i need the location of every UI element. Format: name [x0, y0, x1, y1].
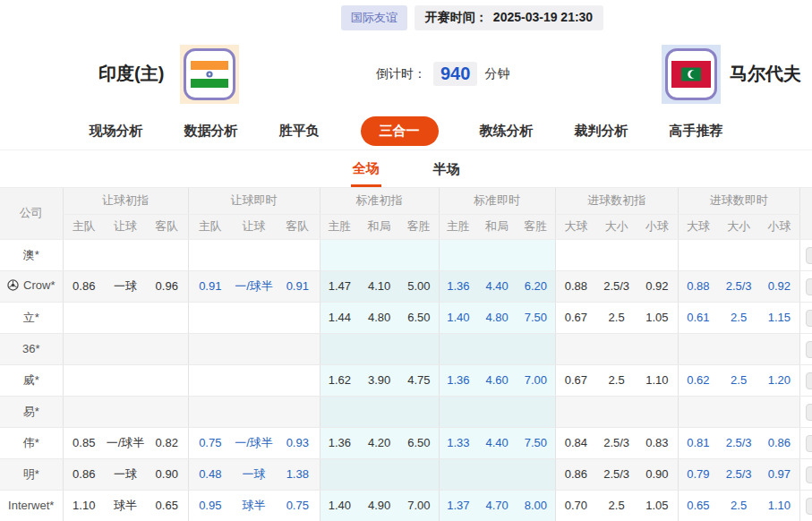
- odds-row: Crow*0.86一球0.960.91一/球半0.911.474.105.001…: [0, 270, 812, 302]
- odds-cell: [718, 396, 759, 427]
- edge-cell: [799, 239, 812, 270]
- sub-header: 小球: [637, 214, 678, 239]
- odds-row: 威*1.623.904.751.364.607.000.672.51.100.6…: [0, 364, 812, 396]
- odds-cell: 2.5/3: [718, 458, 759, 490]
- row-action-button-cutoff[interactable]: [806, 247, 812, 264]
- company-cell[interactable]: 伟*: [0, 427, 63, 458]
- odds-cell: 2.5/3: [596, 427, 637, 458]
- odds-table-body: 澳*Crow*0.86一球0.960.91一/球半0.911.474.105.0…: [0, 239, 812, 521]
- tab-live-analysis[interactable]: 现场分析: [90, 123, 143, 140]
- odds-row: 澳*: [0, 239, 812, 270]
- subtab-full-match[interactable]: 全场: [351, 151, 381, 187]
- odds-cell: [63, 302, 105, 333]
- odds-cell: [232, 302, 276, 333]
- odds-row: 易*: [0, 396, 812, 427]
- odds-cell: 1.10: [637, 364, 678, 396]
- odds-row: Interwet*1.10球半0.650.95球半0.751.404.907.0…: [0, 490, 812, 521]
- soccer-ball-icon: [7, 279, 19, 291]
- odds-cell: [678, 239, 718, 270]
- odds-cell: 1.62: [320, 364, 359, 396]
- odds-cell: 1.38: [276, 458, 320, 490]
- odds-cell: 4.80: [359, 302, 399, 333]
- odds-cell: [596, 239, 637, 270]
- odds-table: 公司让球初指让球即时标准初指标准即时进球数初指进球数即时主队让球客队主队让球客队…: [0, 188, 812, 521]
- odds-cell: 7.50: [517, 427, 555, 458]
- odds-cell: [517, 396, 555, 427]
- row-action-button-cutoff[interactable]: [806, 372, 812, 389]
- odds-cell: 0.92: [759, 270, 799, 302]
- odds-cell: 0.79: [678, 458, 718, 490]
- odds-cell: 0.96: [146, 270, 188, 302]
- odds-cell: [555, 239, 596, 270]
- odds-cell: 2.5/3: [718, 270, 759, 302]
- odds-cell: [678, 333, 718, 364]
- odds-cell: 0.86: [555, 458, 596, 490]
- odds-cell: 2.5: [596, 364, 637, 396]
- subtab-half-match[interactable]: 半场: [432, 152, 462, 185]
- odds-cell: [637, 396, 678, 427]
- row-action-button-cutoff[interactable]: [806, 466, 812, 483]
- away-flag-frame: [662, 45, 721, 104]
- tab-three-in-one[interactable]: 三合一: [361, 116, 439, 146]
- maldives-flag-icon: [665, 48, 717, 100]
- india-flag-icon: [184, 48, 235, 100]
- odds-cell: [399, 333, 439, 364]
- odds-cell: [555, 333, 596, 364]
- odds-cell: 0.88: [555, 270, 596, 302]
- row-action-button-cutoff[interactable]: [806, 498, 812, 515]
- company-cell[interactable]: 36*: [0, 333, 63, 364]
- company-cell[interactable]: Interwet*: [0, 490, 63, 521]
- odds-cell: [477, 458, 517, 490]
- group-header-1: 让球即时: [188, 188, 320, 214]
- company-cell[interactable]: 易*: [0, 396, 63, 427]
- company-cell[interactable]: Crow*: [0, 270, 63, 302]
- edge-cell: [799, 490, 812, 521]
- tab-expert-picks[interactable]: 高手推荐: [670, 123, 723, 140]
- odds-cell: 一/球半: [232, 270, 276, 302]
- tab-referee-analysis[interactable]: 裁判分析: [575, 123, 628, 140]
- odds-cell: 0.83: [637, 427, 678, 458]
- odds-cell: [232, 239, 276, 270]
- odds-cell: 0.85: [63, 427, 105, 458]
- odds-cell: 7.50: [517, 302, 555, 333]
- tab-data-analysis[interactable]: 数据分析: [184, 123, 238, 140]
- countdown-value: 940: [433, 62, 477, 86]
- odds-cell: 6.50: [399, 427, 439, 458]
- odds-cell: [477, 239, 517, 270]
- row-action-button-cutoff[interactable]: [806, 404, 812, 421]
- row-action-button-cutoff[interactable]: [806, 310, 812, 327]
- odds-cell: [555, 396, 596, 427]
- odds-cell: [399, 458, 439, 490]
- odds-cell: 0.95: [188, 490, 232, 521]
- row-action-button-cutoff[interactable]: [806, 341, 812, 358]
- odds-row: 36*: [0, 333, 812, 364]
- odds-cell: [439, 458, 477, 490]
- odds-cell: 0.84: [555, 427, 596, 458]
- sub-header: 大小: [596, 214, 637, 239]
- tab-win-draw-lose[interactable]: 胜平负: [279, 123, 320, 140]
- odds-row: 立*1.444.806.501.404.807.500.672.51.050.6…: [0, 302, 812, 333]
- odds-cell: 1.20: [759, 364, 799, 396]
- league-badge: 国际友谊: [341, 5, 407, 30]
- company-cell[interactable]: 威*: [0, 364, 63, 396]
- sub-header: 客队: [146, 214, 188, 239]
- company-cell[interactable]: 澳*: [0, 239, 63, 270]
- odds-cell: 2.5: [596, 302, 637, 333]
- tab-coach-analysis[interactable]: 教练分析: [480, 123, 534, 140]
- match-info-bar: 国际友谊 开赛时间： 2025-03-19 21:30: [66, 0, 812, 36]
- odds-cell: [517, 333, 555, 364]
- row-action-button-cutoff[interactable]: [806, 435, 812, 452]
- company-cell[interactable]: 明*: [0, 458, 63, 490]
- sub-header: 主胜: [320, 214, 359, 239]
- row-action-button-cutoff[interactable]: [806, 278, 812, 295]
- odds-cell: 1.40: [320, 490, 359, 521]
- odds-cell: 0.93: [276, 427, 320, 458]
- odds-cell: [439, 333, 477, 364]
- odds-cell: 1.10: [63, 490, 105, 521]
- teams-row: 印度(主) 倒计时： 940 分钟: [0, 36, 812, 112]
- odds-cell: 4.90: [359, 490, 399, 521]
- odds-cell: 0.62: [678, 364, 718, 396]
- edge-cell: [799, 427, 812, 458]
- company-cell[interactable]: 立*: [0, 302, 63, 333]
- sub-header: 客胜: [399, 214, 439, 239]
